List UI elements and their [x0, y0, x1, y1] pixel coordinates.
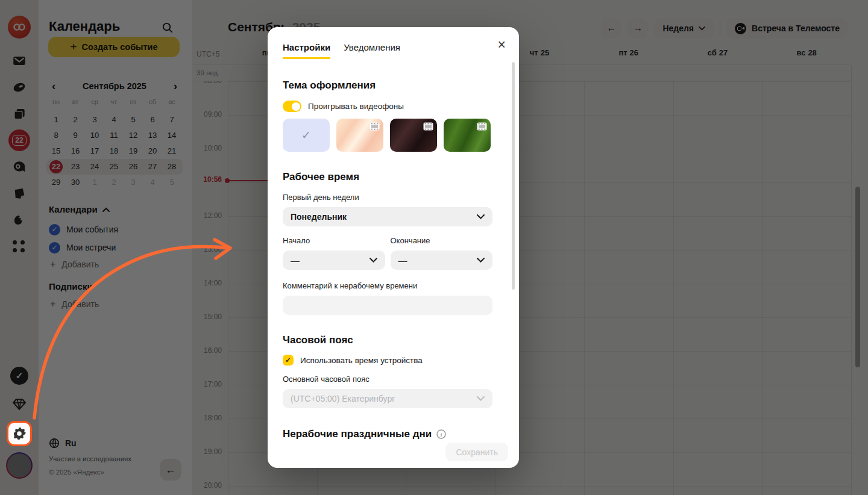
selected-check-icon: ✓ [283, 119, 330, 152]
first-day-label: Первый день недели [283, 193, 492, 202]
start-time-label: Начало [283, 236, 385, 245]
chevron-down-icon [370, 258, 377, 263]
video-film-icon [477, 122, 487, 131]
theme-option-grass[interactable] [444, 119, 491, 152]
theme-option-dark[interactable] [390, 119, 437, 152]
start-time-select[interactable]: — [283, 251, 385, 270]
timezone-value: (UTC+05:00) Екатеринбург [291, 394, 395, 403]
timezone-section-title: Часовой пояс [283, 334, 492, 346]
close-icon[interactable]: × [498, 38, 506, 52]
device-time-label: Использовать время устройства [300, 356, 423, 365]
main-timezone-label: Основной часовой пояс [283, 375, 492, 384]
modal-tabs: Настройки Уведомления [283, 42, 492, 59]
settings-gear-icon [12, 426, 27, 441]
svg-text:i: i [441, 432, 442, 438]
tab-settings[interactable]: Настройки [283, 42, 330, 59]
video-film-icon [423, 122, 433, 131]
device-time-checkbox[interactable]: ✓ [283, 355, 294, 366]
chevron-down-icon [477, 258, 485, 263]
modal-scrollbar[interactable] [512, 62, 515, 290]
settings-gear-button[interactable] [7, 421, 32, 446]
tab-notifications[interactable]: Уведомления [344, 42, 400, 59]
end-time-label: Окончание [391, 236, 493, 245]
theme-section-title: Тема оформления [283, 79, 492, 92]
timezone-select: (UTC+05:00) Екатеринбург [283, 389, 492, 408]
first-day-value: Понедельник [291, 212, 347, 222]
videobg-toggle[interactable] [283, 101, 301, 112]
holidays-section-title: Нерабочие праздничные дни [283, 428, 432, 440]
chevron-down-icon [477, 214, 485, 219]
comment-label: Комментарий к нерабочему времени [283, 281, 492, 290]
video-film-icon [370, 122, 380, 131]
info-icon[interactable]: i [436, 429, 446, 439]
worktime-section-title: Рабочее время [283, 171, 492, 183]
end-time-select[interactable]: — [391, 251, 493, 270]
start-time-value: — [291, 255, 300, 266]
chevron-down-icon [477, 396, 485, 401]
end-time-value: — [398, 255, 407, 266]
settings-modal: Настройки Уведомления Тема оформления Пр… [268, 27, 519, 468]
theme-option-peach[interactable] [336, 119, 383, 152]
videobg-toggle-label: Проигрывать видеофоны [308, 102, 404, 111]
theme-options: ✓ [283, 119, 492, 152]
theme-option-default[interactable]: ✓ [283, 119, 330, 152]
comment-input[interactable] [283, 296, 492, 315]
save-button[interactable]: Сохранить [445, 443, 508, 461]
first-day-select[interactable]: Понедельник [283, 207, 492, 226]
